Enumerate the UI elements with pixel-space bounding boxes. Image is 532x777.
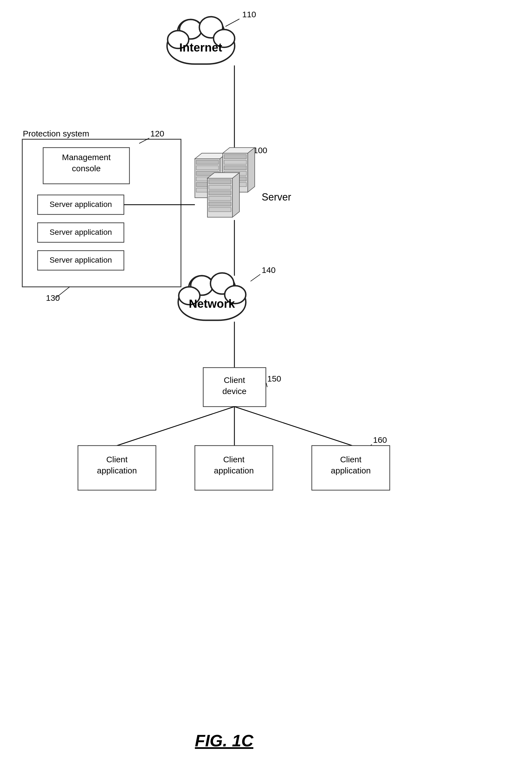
svg-text:140: 140 [262, 265, 276, 274]
svg-rect-33 [209, 208, 231, 212]
svg-text:console: console [72, 164, 101, 173]
svg-line-55 [251, 274, 260, 281]
svg-text:Client: Client [224, 375, 245, 384]
svg-text:Network: Network [189, 297, 235, 310]
svg-text:120: 120 [150, 129, 164, 138]
svg-text:application: application [214, 466, 254, 475]
svg-text:Server application: Server application [49, 228, 112, 236]
svg-marker-26 [248, 147, 255, 192]
svg-text:Client: Client [106, 455, 128, 464]
svg-text:Server application: Server application [49, 200, 112, 209]
svg-text:FIG. 1C: FIG. 1C [195, 731, 254, 750]
svg-line-0 [226, 19, 239, 26]
svg-line-69 [234, 407, 352, 446]
svg-rect-29 [209, 185, 231, 189]
svg-text:160: 160 [373, 435, 387, 444]
svg-rect-32 [209, 202, 231, 206]
svg-text:Protection system: Protection system [23, 129, 89, 138]
svg-marker-35 [233, 173, 239, 217]
svg-rect-21 [224, 166, 246, 170]
svg-rect-10 [196, 160, 219, 164]
svg-text:130: 130 [46, 293, 60, 303]
svg-line-67 [117, 407, 234, 446]
svg-text:Internet: Internet [179, 41, 222, 54]
diagram: 110 Internet 100 [0, 0, 532, 777]
svg-text:Server application: Server application [49, 256, 112, 264]
svg-rect-11 [196, 166, 219, 170]
svg-rect-20 [224, 160, 246, 164]
svg-text:device: device [223, 386, 247, 396]
svg-text:100: 100 [253, 146, 267, 155]
svg-text:Client: Client [340, 455, 362, 464]
svg-text:application: application [97, 466, 137, 475]
svg-text:Client: Client [223, 455, 245, 464]
svg-rect-31 [209, 196, 231, 201]
svg-text:150: 150 [267, 374, 281, 383]
svg-text:Management: Management [62, 152, 111, 162]
svg-line-52 [56, 287, 70, 298]
svg-rect-30 [209, 191, 231, 195]
svg-text:Server: Server [262, 191, 291, 203]
svg-text:application: application [331, 466, 371, 475]
ref-110: 110 [242, 10, 256, 19]
svg-rect-28 [209, 180, 231, 184]
svg-rect-19 [224, 154, 246, 159]
svg-line-66 [266, 383, 267, 387]
